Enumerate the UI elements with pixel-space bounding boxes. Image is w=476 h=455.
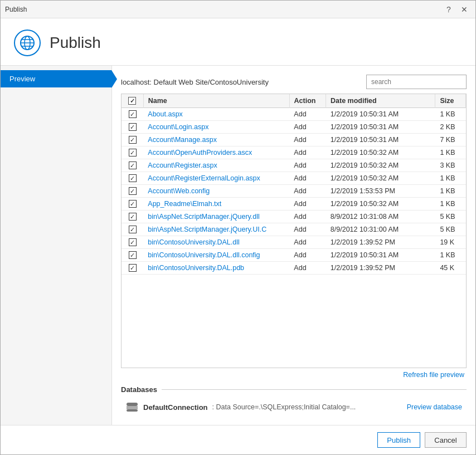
row-date: 1/2/2019 10:50:31 AM (326, 249, 436, 262)
row-checkbox[interactable] (129, 238, 137, 246)
row-checkbox-cell (122, 172, 143, 185)
row-checkbox-cell (122, 185, 143, 198)
sidebar: Preview (1, 66, 112, 425)
row-action: Add (289, 236, 326, 249)
row-checkbox-cell (122, 236, 143, 249)
row-checkbox[interactable] (129, 110, 137, 118)
row-checkbox-cell (122, 108, 143, 121)
header-checkbox[interactable] (128, 97, 136, 105)
title-bar-text: Publish (5, 6, 27, 13)
row-name: Account\Manage.aspx (143, 134, 289, 146)
row-name: Account\Web.config (143, 185, 289, 198)
row-date: 1/2/2019 10:50:32 AM (326, 198, 436, 211)
close-button[interactable]: ✕ (458, 3, 471, 16)
row-checkbox-cell (122, 159, 143, 172)
col-action: Action (289, 94, 326, 108)
row-date: 8/9/2012 10:31:08 AM (326, 211, 436, 223)
row-name: About.aspx (143, 108, 289, 121)
files-table-body: About.aspx Add 1/2/2019 10:50:31 AM 1 KB… (122, 108, 466, 275)
svg-rect-6 (127, 406, 138, 409)
preview-database-link[interactable]: Preview database (407, 403, 462, 411)
row-size: 19 K (435, 236, 466, 249)
row-action: Add (289, 134, 326, 146)
row-date: 1/2/2019 10:50:32 AM (326, 172, 436, 185)
table-row: Account\Web.config Add 1/2/2019 1:53:53 … (122, 185, 466, 198)
databases-header: Databases (121, 385, 467, 394)
row-action: Add (289, 211, 326, 223)
row-action: Add (289, 223, 326, 236)
row-size: 1 KB (435, 108, 466, 121)
col-name: Name (143, 94, 289, 108)
row-checkbox[interactable] (129, 200, 137, 208)
row-name: Account\OpenAuthProviders.ascx (143, 146, 289, 159)
row-name: App_Readme\Elmah.txt (143, 198, 289, 211)
table-row: bin\AspNet.ScriptManager.jQuery.UI.C Add… (122, 223, 466, 236)
row-checkbox[interactable] (129, 123, 137, 131)
row-name: bin\ContosoUniversity.DAL.dll.config (143, 249, 289, 262)
main-panel: localhost: Default Web Site/ContosoUnive… (112, 66, 475, 425)
row-checkbox[interactable] (129, 264, 137, 272)
row-size: 1 KB (435, 185, 466, 198)
table-row: About.aspx Add 1/2/2019 10:50:31 AM 1 KB (122, 108, 466, 121)
sidebar-item-label: Preview (9, 75, 35, 83)
row-checkbox-cell (122, 223, 143, 236)
table-row: Account\Register.aspx Add 1/2/2019 10:50… (122, 159, 466, 172)
row-size: 3 KB (435, 159, 466, 172)
row-date: 1/2/2019 10:50:31 AM (326, 134, 436, 146)
row-action: Add (289, 262, 326, 275)
files-table-wrapper: Name Action Date modified Size (121, 94, 467, 368)
row-checkbox[interactable] (129, 149, 137, 156)
row-name: bin\AspNet.ScriptManager.jQuery.dll (143, 211, 289, 223)
row-checkbox-cell (122, 198, 143, 211)
row-date: 1/2/2019 10:50:31 AM (326, 108, 436, 121)
row-size: 7 KB (435, 134, 466, 146)
cancel-button[interactable]: Cancel (425, 432, 467, 448)
svg-rect-7 (127, 409, 138, 412)
row-name: Account\Login.aspx (143, 121, 289, 134)
row-checkbox[interactable] (129, 251, 137, 259)
row-checkbox[interactable] (129, 136, 137, 144)
publish-button[interactable]: Publish (377, 432, 420, 448)
db-value: : Data Source=.\SQLExpress;Initial Catal… (212, 403, 356, 411)
row-size: 5 KB (435, 223, 466, 236)
row-name: Account\Register.aspx (143, 159, 289, 172)
row-name: bin\AspNet.ScriptManager.jQuery.UI.C (143, 223, 289, 236)
row-checkbox[interactable] (129, 174, 137, 182)
table-scroll[interactable]: About.aspx Add 1/2/2019 10:50:31 AM 1 KB… (122, 108, 466, 368)
location-bar: localhost: Default Web Site/ContosoUnive… (121, 75, 467, 89)
row-size: 5 KB (435, 211, 466, 223)
row-action: Add (289, 198, 326, 211)
row-date: 1/2/2019 10:50:31 AM (326, 121, 436, 134)
col-size: Size (435, 94, 466, 108)
row-date: 1/2/2019 1:39:52 PM (326, 262, 436, 275)
row-action: Add (289, 159, 326, 172)
row-checkbox[interactable] (129, 226, 137, 233)
row-size: 1 KB (435, 198, 466, 211)
table-row: bin\ContosoUniversity.DAL.dll Add 1/2/20… (122, 236, 466, 249)
refresh-file-preview-link[interactable]: Refresh file preview (402, 369, 465, 381)
location-text: localhost: Default Web Site/ContosoUnive… (121, 78, 362, 86)
help-button[interactable]: ? (442, 3, 455, 16)
row-checkbox-cell (122, 211, 143, 223)
table-row: App_Readme\Elmah.txt Add 1/2/2019 10:50:… (122, 198, 466, 211)
table-row: Account\Login.aspx Add 1/2/2019 10:50:31… (122, 121, 466, 134)
table-header-row: Name Action Date modified Size (122, 94, 466, 108)
sidebar-item-preview[interactable]: Preview (1, 70, 111, 87)
table-row: Account\RegisterExternalLogin.aspx Add 1… (122, 172, 466, 185)
row-checkbox-cell (122, 249, 143, 262)
row-action: Add (289, 108, 326, 121)
row-action: Add (289, 146, 326, 159)
row-checkbox-cell (122, 134, 143, 146)
col-date: Date modified (326, 94, 435, 108)
row-action: Add (289, 185, 326, 198)
content-area: Preview localhost: Default Web Site/Cont… (1, 66, 475, 425)
header-area: Publish (1, 18, 475, 66)
row-size: 45 K (435, 262, 466, 275)
row-checkbox[interactable] (129, 162, 137, 169)
page-title: Publish (50, 34, 101, 52)
search-input[interactable] (366, 75, 467, 89)
header-checkbox-col (122, 94, 143, 108)
row-checkbox[interactable] (129, 187, 137, 195)
row-size: 2 KB (435, 121, 466, 134)
row-checkbox[interactable] (129, 213, 137, 221)
